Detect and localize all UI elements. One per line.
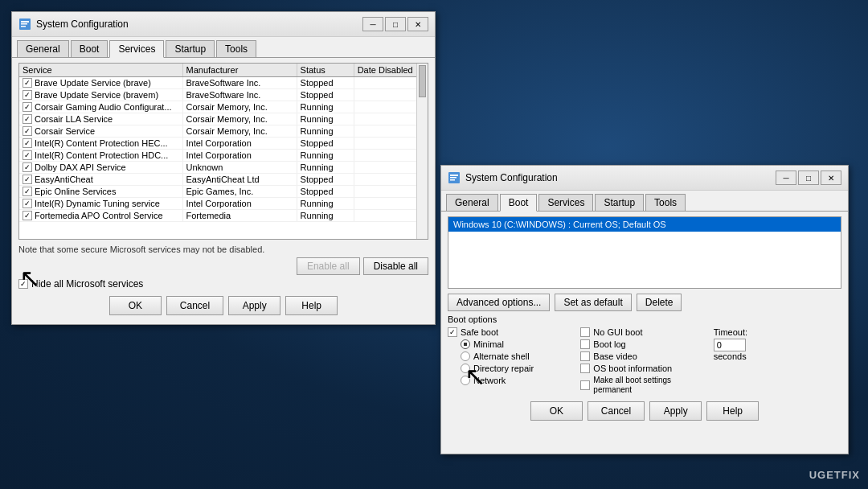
manufacturer-cell: Corsair Memory, Inc.	[182, 101, 297, 113]
advanced-options-button[interactable]: Advanced options...	[448, 294, 550, 311]
tab-tools-1[interactable]: Tools	[216, 40, 256, 57]
apply-button-1[interactable]: Apply	[228, 296, 280, 315]
tab-tools-2[interactable]: Tools	[645, 194, 686, 211]
table-row[interactable]: EasyAntiCheatEasyAntiCheat LtdStopped	[19, 174, 428, 186]
manufacturer-cell: Unknown	[182, 162, 297, 174]
no-gui-boot-checkbox[interactable]	[580, 327, 590, 337]
help-button-1[interactable]: Help	[285, 296, 338, 315]
delete-button[interactable]: Delete	[637, 294, 682, 311]
service-checkbox[interactable]	[23, 126, 32, 136]
service-name-cell: Brave Update Service (bravem)	[19, 89, 182, 101]
tab-services-2[interactable]: Services	[538, 194, 593, 211]
tab-boot-1[interactable]: Boot	[71, 40, 108, 57]
table-row[interactable]: Fortemedia APO Control ServiceFortemedia…	[19, 210, 428, 222]
manufacturer-cell: BraveSoftware Inc.	[182, 77, 297, 89]
table-row[interactable]: Brave Update Service (bravem)BraveSoftwa…	[19, 89, 428, 101]
safe-boot-checkbox[interactable]	[448, 327, 457, 337]
boot-os-entry[interactable]: Windows 10 (C:\WINDOWS) : Current OS; De…	[448, 217, 841, 232]
table-row[interactable]: Corsair LLA ServiceCorsair Memory, Inc.R…	[19, 113, 428, 125]
tab-startup-1[interactable]: Startup	[166, 40, 215, 57]
no-gui-boot-option: No GUI boot	[580, 327, 708, 337]
manufacturer-cell: Intel Corporation	[182, 150, 297, 162]
service-checkbox[interactable]	[23, 90, 32, 100]
service-checkbox[interactable]	[23, 138, 32, 148]
tab-general-2[interactable]: General	[446, 194, 498, 211]
directory-repair-radio[interactable]	[461, 364, 470, 373]
manufacturer-cell: Corsair Memory, Inc.	[182, 125, 297, 138]
set-as-default-button[interactable]: Set as default	[555, 294, 631, 311]
os-boot-info-checkbox[interactable]	[580, 364, 590, 373]
enable-all-button[interactable]: Enable all	[297, 257, 360, 275]
service-checkbox[interactable]	[23, 211, 32, 220]
table-row[interactable]: Corsair Gaming Audio Configurat...Corsai…	[19, 101, 428, 113]
manufacturer-cell: BraveSoftware Inc.	[182, 89, 297, 101]
alternate-shell-radio[interactable]	[461, 351, 470, 361]
apply-button-2[interactable]: Apply	[649, 401, 702, 421]
base-video-checkbox[interactable]	[580, 351, 590, 361]
service-name-cell: Corsair LLA Service	[19, 113, 182, 125]
services-scrollbar[interactable]	[416, 64, 428, 239]
boot-log-checkbox[interactable]	[580, 339, 590, 349]
service-checkbox[interactable]	[23, 78, 32, 88]
service-checkbox[interactable]	[23, 162, 32, 172]
minimal-option: Minimal	[448, 339, 575, 349]
status-cell: Stopped	[297, 174, 354, 186]
disable-all-button[interactable]: Disable all	[363, 257, 428, 275]
service-checkbox[interactable]	[23, 199, 32, 208]
window-controls-2: ─ □ ✕	[776, 171, 841, 185]
tab-bar-boot: General Boot Services Startup Tools	[441, 191, 848, 212]
table-row[interactable]: Epic Online ServicesEpic Games, Inc.Stop…	[19, 186, 428, 198]
cancel-button-1[interactable]: Cancel	[166, 296, 223, 315]
cancel-button-2[interactable]: Cancel	[588, 401, 645, 421]
close-button-2[interactable]: ✕	[821, 171, 841, 185]
boot-options-section: Boot options Safe boot Minimal Alternate…	[448, 314, 841, 395]
service-name-cell: Dolby DAX API Service	[19, 162, 182, 174]
hide-ms-checkbox[interactable]	[18, 279, 28, 289]
manufacturer-cell: Fortemedia	[182, 210, 297, 222]
help-button-2[interactable]: Help	[706, 401, 759, 421]
scrollbar-thumb[interactable]	[419, 65, 426, 97]
minimize-button-2[interactable]: ─	[776, 171, 796, 185]
close-button[interactable]: ✕	[407, 17, 428, 31]
table-row[interactable]: Corsair ServiceCorsair Memory, Inc.Runni…	[19, 125, 428, 138]
service-checkbox[interactable]	[23, 114, 32, 124]
table-row[interactable]: Intel(R) Content Protection HEC...Intel …	[19, 138, 428, 150]
timeout-input[interactable]	[714, 339, 746, 351]
table-row[interactable]: Intel(R) Content Protection HDC...Intel …	[19, 150, 428, 162]
table-row[interactable]: Intel(R) Dynamic Tuning serviceIntel Cor…	[19, 198, 428, 210]
minimal-label: Minimal	[473, 339, 504, 349]
service-checkbox[interactable]	[23, 175, 32, 184]
make-permanent-label: Make all boot settings permanent	[593, 376, 708, 395]
service-checkbox[interactable]	[23, 102, 32, 112]
network-radio[interactable]	[461, 376, 470, 385]
directory-repair-label: Directory repair	[473, 364, 534, 373]
services-table-container: Service Manufacturer Status Date Disable…	[18, 63, 428, 240]
status-cell: Running	[297, 150, 354, 162]
minimal-radio[interactable]	[461, 339, 470, 349]
ok-button-2[interactable]: OK	[530, 401, 583, 421]
boot-action-buttons: Advanced options... Set as default Delet…	[448, 294, 841, 311]
tab-services-1[interactable]: Services	[109, 40, 164, 58]
minimize-button[interactable]: ─	[362, 17, 383, 31]
tab-startup-2[interactable]: Startup	[595, 194, 644, 211]
service-name-cell: Corsair Gaming Audio Configurat...	[19, 101, 182, 113]
hide-ms-label: Hide all Microsoft services	[31, 278, 143, 290]
tab-general-1[interactable]: General	[17, 40, 69, 57]
make-permanent-option: Make all boot settings permanent	[580, 376, 708, 395]
manufacturer-cell: EasyAntiCheat Ltd	[182, 174, 297, 186]
window-icon-2	[448, 171, 461, 184]
base-video-label: Base video	[593, 351, 637, 361]
ok-button-1[interactable]: OK	[109, 296, 162, 315]
maximize-button[interactable]: □	[385, 17, 406, 31]
table-row[interactable]: Dolby DAX API ServiceUnknownRunning	[19, 162, 428, 174]
service-checkbox[interactable]	[23, 187, 32, 196]
base-video-option: Base video	[580, 351, 708, 361]
timeout-label: Timeout:	[714, 327, 747, 337]
boot-os-list: Windows 10 (C:\WINDOWS) : Current OS; De…	[448, 216, 841, 289]
maximize-button-2[interactable]: □	[798, 171, 819, 185]
tab-boot-2[interactable]: Boot	[500, 194, 538, 212]
make-permanent-checkbox[interactable]	[580, 380, 590, 390]
window-controls: ─ □ ✕	[362, 17, 428, 31]
table-row[interactable]: Brave Update Service (brave)BraveSoftwar…	[19, 77, 428, 89]
service-checkbox[interactable]	[23, 150, 32, 160]
